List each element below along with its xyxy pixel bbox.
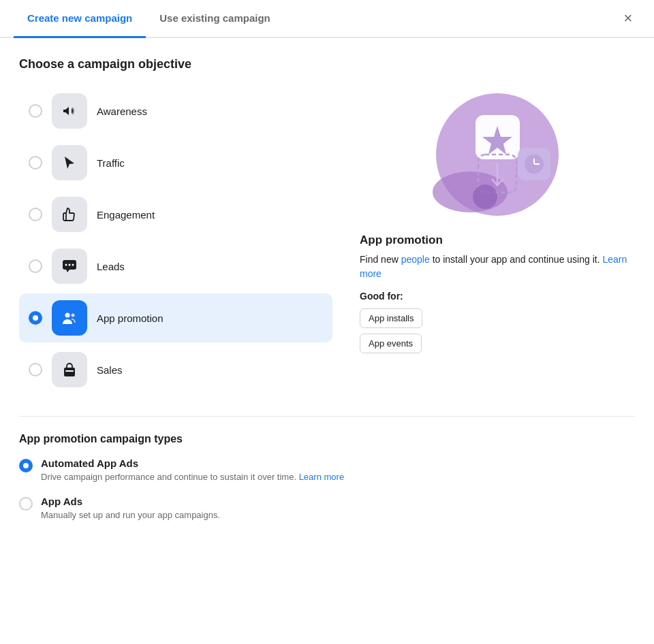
automated-learn-more-link[interactable]: Learn more bbox=[299, 472, 344, 482]
svg-rect-7 bbox=[65, 370, 74, 372]
radio-app-ads[interactable] bbox=[19, 497, 33, 511]
traffic-label: Traffic bbox=[97, 157, 125, 169]
tab-use-existing-campaign[interactable]: Use existing campaign bbox=[146, 0, 284, 38]
objective-item-awareness[interactable]: Awareness bbox=[19, 86, 332, 135]
content-area: Choose a campaign objective Awa bbox=[0, 38, 654, 553]
header: Create new campaign Use existing campaig… bbox=[0, 0, 654, 38]
automated-app-ads-info: Automated App Ads Drive campaign perform… bbox=[41, 457, 344, 483]
radio-sales[interactable] bbox=[29, 363, 42, 376]
svg-rect-6 bbox=[64, 368, 75, 376]
awareness-label: Awareness bbox=[97, 106, 147, 117]
description-text: Find new people to install your app and … bbox=[360, 253, 635, 281]
radio-traffic[interactable] bbox=[29, 156, 42, 170]
automated-desc-text: Drive campaign performance and continue … bbox=[41, 472, 299, 482]
svg-point-2 bbox=[69, 264, 71, 266]
icon-leads bbox=[52, 248, 87, 284]
icon-engagement bbox=[52, 197, 87, 232]
radio-automated-app-ads[interactable] bbox=[19, 459, 33, 472]
svg-point-3 bbox=[72, 264, 74, 266]
good-for-label: Good for: bbox=[360, 291, 635, 302]
svg-point-5 bbox=[72, 314, 75, 317]
icon-traffic bbox=[52, 145, 87, 180]
automated-app-ads-desc: Drive campaign performance and continue … bbox=[41, 471, 344, 483]
campaign-types-section: App promotion campaign types Automated A… bbox=[19, 416, 635, 534]
automated-app-ads-label: Automated App Ads bbox=[41, 457, 344, 469]
radio-app-promotion[interactable] bbox=[29, 311, 42, 325]
icon-app-promotion bbox=[52, 300, 87, 336]
section-title: Choose a campaign objective bbox=[19, 57, 635, 71]
description-panel: App promotion Find new people to install… bbox=[360, 86, 635, 394]
desc-text-after-link: to install your app and continue using i… bbox=[430, 254, 603, 265]
app-ads-label: App Ads bbox=[41, 496, 220, 507]
engagement-label: Engagement bbox=[97, 209, 155, 221]
tag-app-events: App events bbox=[360, 334, 422, 353]
objective-item-traffic[interactable]: Traffic bbox=[19, 138, 332, 187]
icon-awareness bbox=[52, 93, 87, 129]
objective-item-leads[interactable]: Leads bbox=[19, 242, 332, 291]
svg-point-18 bbox=[473, 184, 497, 209]
svg-point-4 bbox=[65, 313, 70, 318]
radio-engagement[interactable] bbox=[29, 208, 42, 221]
radio-awareness[interactable] bbox=[29, 104, 42, 118]
svg-point-1 bbox=[65, 264, 67, 266]
campaign-types-title: App promotion campaign types bbox=[19, 433, 635, 445]
objective-list: Awareness Traffic bbox=[19, 86, 332, 394]
objective-item-engagement[interactable]: Engagement bbox=[19, 190, 332, 239]
icon-sales bbox=[52, 352, 87, 387]
radio-leads[interactable] bbox=[29, 259, 42, 273]
desc-people-link[interactable]: people bbox=[401, 254, 430, 265]
type-option-app-ads[interactable]: App Ads Manually set up and run your app… bbox=[19, 496, 635, 521]
close-button[interactable]: × bbox=[616, 6, 640, 31]
description-title: App promotion bbox=[360, 234, 635, 247]
modal-container: Create new campaign Use existing campaig… bbox=[0, 0, 654, 644]
tag-app-installs: App installs bbox=[360, 308, 422, 328]
main-row: Awareness Traffic bbox=[19, 86, 635, 394]
app-ads-desc: Manually set up and run your app campaig… bbox=[41, 509, 220, 521]
app-ads-info: App Ads Manually set up and run your app… bbox=[41, 496, 220, 521]
tags-list: App installs App events bbox=[360, 308, 635, 353]
sales-label: Sales bbox=[97, 364, 123, 376]
tab-create-new-campaign[interactable]: Create new campaign bbox=[14, 0, 146, 38]
objective-item-app-promotion[interactable]: App promotion bbox=[19, 293, 332, 342]
desc-text-before-link: Find new bbox=[360, 254, 401, 265]
type-option-automated[interactable]: Automated App Ads Drive campaign perform… bbox=[19, 457, 635, 483]
app-promotion-label: App promotion bbox=[97, 312, 164, 324]
objective-item-sales[interactable]: Sales bbox=[19, 345, 332, 394]
leads-label: Leads bbox=[97, 261, 125, 272]
app-promotion-illustration bbox=[429, 86, 565, 223]
